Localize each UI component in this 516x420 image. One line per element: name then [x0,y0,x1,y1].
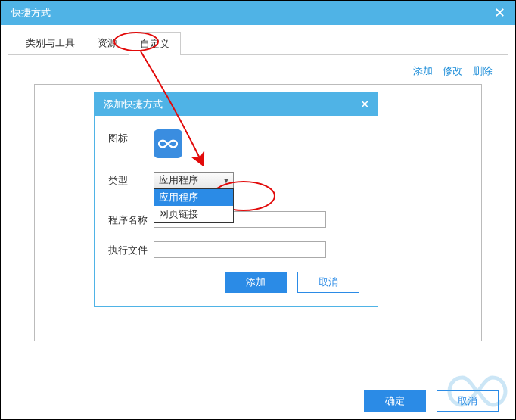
type-option-app[interactable]: 应用程序 [154,189,233,206]
type-combobox[interactable]: 应用程序 ▼ [154,172,234,188]
dialog-add-button[interactable]: 添加 [225,272,287,293]
action-add[interactable]: 添加 [413,65,433,76]
label-type: 类型 [108,172,154,188]
action-delete[interactable]: 删除 [473,65,493,76]
type-option-weblink[interactable]: 网页链接 [154,206,233,222]
action-edit[interactable]: 修改 [443,65,462,76]
action-bar: 添加 修改 删除 [1,55,515,84]
tab-resources[interactable]: 资源 [86,31,129,54]
footer-buttons: 确定 取消 [364,390,499,412]
shortcut-icon-preview[interactable] [154,129,182,158]
window-title-bar: 快捷方式 ✕ [1,1,515,25]
window-close-button[interactable]: ✕ [483,1,515,25]
type-dropdown: 应用程序 网页链接 [154,188,234,223]
chevron-down-icon: ▼ [222,176,230,185]
label-exec-file: 执行文件 [108,241,154,257]
tab-categories-tools[interactable]: 类别与工具 [14,31,86,54]
tabs-bar: 类别与工具 资源 自定义 [8,31,508,55]
type-selected: 应用程序 [159,173,198,187]
tab-custom[interactable]: 自定义 [129,32,181,55]
dialog-close-button[interactable]: ✕ [352,98,378,111]
add-shortcut-dialog: 添加快捷方式 ✕ 图标 类型 应用程序 [94,92,378,307]
content-frame: 添加快捷方式 ✕ 图标 类型 应用程序 [34,84,482,341]
dialog-cancel-button[interactable]: 取消 [297,272,359,293]
infinity-icon [158,134,178,154]
ok-button[interactable]: 确定 [364,390,426,412]
dialog-title-bar: 添加快捷方式 ✕ [95,93,378,116]
label-program-name: 程序名称 [108,211,154,227]
cancel-button[interactable]: 取消 [437,390,499,412]
dialog-title: 添加快捷方式 [104,98,163,111]
label-icon: 图标 [108,129,154,145]
exec-file-input[interactable] [154,241,326,258]
window-title: 快捷方式 [11,6,51,20]
